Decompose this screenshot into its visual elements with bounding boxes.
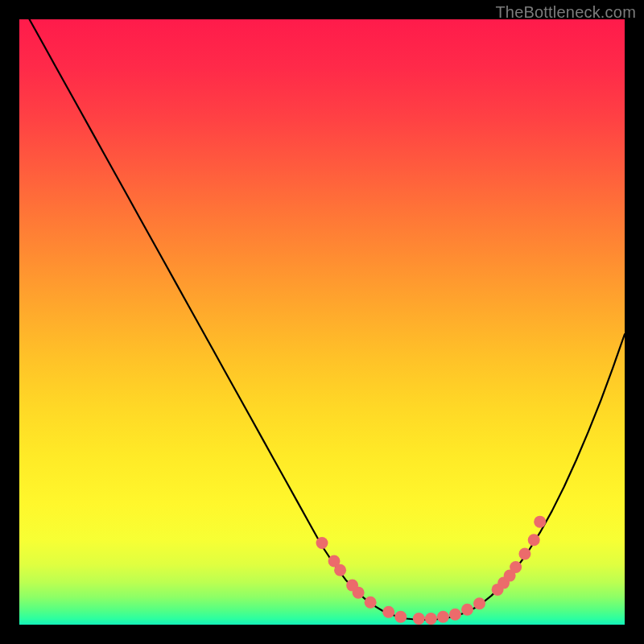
scatter-point (382, 606, 394, 618)
scatter-point (413, 613, 425, 625)
scatter-point (449, 609, 461, 621)
scatter-point (394, 611, 407, 623)
chart-area (19, 19, 625, 625)
scatter-point (425, 613, 437, 625)
scatter-point (518, 548, 530, 560)
chart-svg (19, 19, 625, 625)
scatter-point (528, 534, 540, 546)
scatter-point (534, 516, 546, 528)
scatter-point (437, 611, 449, 623)
scatter-point (316, 537, 328, 549)
scatter-point (365, 597, 377, 609)
scatter-point (461, 604, 473, 616)
scatter-point (334, 564, 346, 576)
scatter-point (473, 597, 485, 609)
scatter-point (510, 561, 522, 573)
chart-background (19, 19, 625, 625)
scatter-point (353, 587, 365, 599)
